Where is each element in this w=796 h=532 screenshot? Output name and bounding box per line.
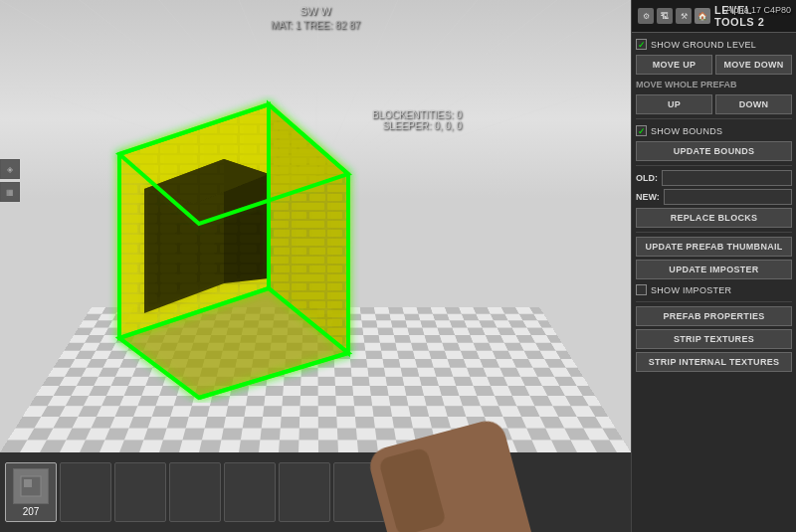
hotbar-slot-6[interactable] — [279, 462, 330, 522]
show-imposter-checkbox[interactable] — [636, 284, 647, 295]
move-down-button[interactable]: MOVE DOWN — [715, 55, 792, 75]
prefab-updown-row: UP DOWN — [636, 94, 792, 114]
strip-internal-textures-row: STRIP INTERNAL TEXTURES — [636, 352, 792, 372]
replace-blocks-button[interactable]: REPLACE BLOCKS — [636, 208, 792, 228]
panel-icon-2[interactable]: 🏗 — [657, 8, 673, 24]
level-tools-panel: ⚙ 🏗 ⚒ 🏠 LEVEL TOOLS 2 ✓ SHOW GROUND LEVE… — [631, 0, 796, 532]
slot-icon-1 — [13, 468, 49, 504]
left-icon-2[interactable]: ▦ — [0, 182, 20, 202]
panel-icon-3[interactable]: ⚒ — [676, 8, 692, 24]
hotbar-slot-4[interactable] — [169, 462, 221, 522]
hotbar-slot-3[interactable] — [114, 462, 166, 522]
panel-icon-1[interactable]: ⚙ — [638, 8, 654, 24]
move-whole-prefab-label: MOVE WHOLE PREFAB — [636, 78, 792, 91]
strip-textures-row: STRIP TEXTURES — [636, 329, 792, 349]
strip-internal-textures-button[interactable]: STRIP INTERNAL TEXTURES — [636, 352, 792, 372]
strip-textures-button[interactable]: STRIP TEXTURES — [636, 329, 792, 349]
prefab-properties-row: PREFAB PROPERTIES — [636, 306, 792, 326]
show-ground-level-label: SHOW GROUND LEVEL — [651, 40, 756, 50]
new-input[interactable] — [664, 189, 792, 205]
show-bounds-row[interactable]: ✓ SHOW BOUNDS — [636, 123, 792, 138]
panel-icon-4[interactable]: 🏠 — [695, 8, 710, 24]
new-row: NEW: — [636, 189, 792, 205]
version-info: Alpha 17 C4P80 — [725, 5, 791, 15]
hotbar-slot-2[interactable] — [60, 462, 111, 522]
new-label: NEW: — [636, 192, 660, 202]
coords-hud: MAT: 1 TREE: 82 87 — [271, 20, 360, 31]
old-label: OLD: — [636, 173, 658, 183]
prefab-properties-button[interactable]: PREFAB PROPERTIES — [636, 306, 792, 326]
hotbar: 207 — [0, 452, 631, 532]
show-bounds-label: SHOW BOUNDS — [651, 126, 722, 136]
move-up-button[interactable]: MOVE UP — [636, 55, 712, 75]
update-bounds-button[interactable]: UPDATE BOUNDS — [636, 141, 792, 161]
game-viewport: SW W MAT: 1 TREE: 82 87 BLOCKENTITIES: 0… — [0, 0, 631, 532]
slot-count-1: 207 — [23, 506, 40, 517]
prefab-up-button[interactable]: UP — [636, 94, 712, 114]
sleeper-text: SLEEPER: 0, 0, 0 — [372, 120, 462, 131]
show-imposter-label: SHOW IMPOSTER — [651, 285, 731, 295]
show-imposter-row[interactable]: SHOW IMPOSTER — [636, 282, 792, 297]
compass-hud: SW W — [299, 5, 330, 17]
svg-rect-39 — [24, 479, 32, 487]
update-prefab-thumbnail-button[interactable]: UPDATE PREFAB THUMBNAIL — [636, 237, 792, 257]
replace-blocks-row: REPLACE BLOCKS — [636, 208, 792, 228]
hotbar-slot-5[interactable] — [224, 462, 276, 522]
panel-content: ✓ SHOW GROUND LEVEL MOVE UP MOVE DOWN MO… — [632, 33, 796, 532]
update-imposter-row: UPDATE IMPOSTER — [636, 260, 792, 279]
left-icon-1[interactable]: ◈ — [0, 159, 20, 179]
block-info: BLOCKENTITIES: 0 SLEEPER: 0, 0, 0 — [372, 109, 462, 131]
panel-header-icons: ⚙ 🏗 ⚒ 🏠 — [638, 8, 710, 24]
old-input[interactable] — [662, 170, 792, 186]
show-bounds-checkbox[interactable]: ✓ — [636, 125, 647, 136]
show-ground-level-row[interactable]: ✓ SHOW GROUND LEVEL — [636, 37, 792, 52]
divider-4 — [636, 301, 792, 302]
block-entities-text: BLOCKENTITIES: 0 — [372, 109, 462, 120]
hotbar-slot-1[interactable]: 207 — [5, 462, 57, 522]
update-imposter-button[interactable]: UPDATE IMPOSTER — [636, 260, 792, 279]
divider-1 — [636, 118, 792, 119]
move-updown-row: MOVE UP MOVE DOWN — [636, 55, 792, 75]
divider-2 — [636, 165, 792, 166]
cube-model — [40, 94, 378, 403]
show-ground-level-checkbox[interactable]: ✓ — [636, 39, 647, 50]
update-thumbnail-row: UPDATE PREFAB THUMBNAIL — [636, 237, 792, 257]
prefab-down-button[interactable]: DOWN — [715, 94, 792, 114]
divider-3 — [636, 232, 792, 233]
update-bounds-row: UPDATE BOUNDS — [636, 141, 792, 161]
old-row: OLD: — [636, 170, 792, 186]
left-toolbar: ◈ ▦ — [0, 159, 22, 202]
